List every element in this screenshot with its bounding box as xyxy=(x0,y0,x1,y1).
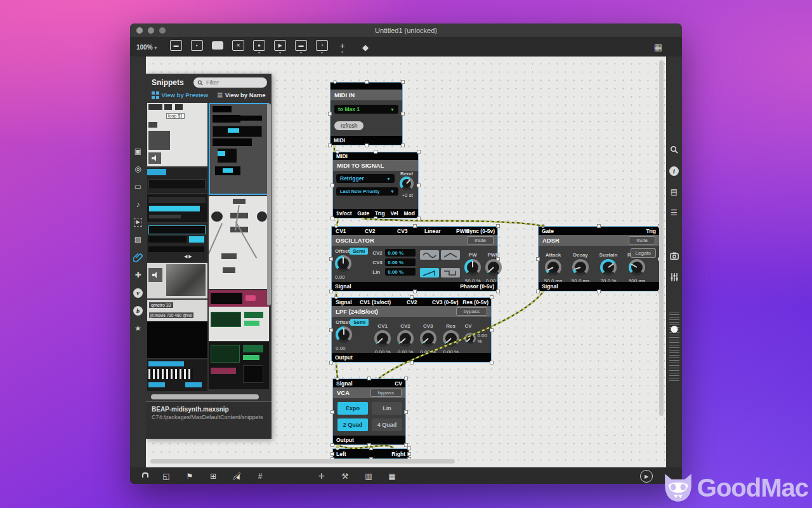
selection-handle[interactable] xyxy=(333,80,337,84)
piano-icon[interactable]: ▥ xyxy=(363,472,374,481)
add-object-icon[interactable]: +▾ xyxy=(337,41,348,53)
module-adsr[interactable]: Gate Trig ADSRmute Attack 50.0 ms Decay xyxy=(538,226,660,291)
selection-handle[interactable] xyxy=(407,452,411,456)
patcher-canvas[interactable]: Snippets View by Preview ☰View by Name xyxy=(146,57,666,467)
inspector-icon[interactable]: i xyxy=(669,166,679,176)
snapshot-icon[interactable] xyxy=(670,252,679,262)
priority-dropdown[interactable]: Last Note Priority▼ xyxy=(336,187,398,196)
mixer-icon[interactable] xyxy=(671,273,678,283)
selection-handle[interactable] xyxy=(413,290,417,293)
osc-cv2-numbox[interactable]: 0.00 % xyxy=(385,249,416,257)
selection-handle[interactable] xyxy=(328,112,332,116)
lpf-bypass-button[interactable]: bypass xyxy=(456,307,487,316)
pointer-select-icon[interactable]: ◱ xyxy=(161,472,171,481)
vca-expo-button[interactable]: Expo xyxy=(337,402,368,415)
selection-handle[interactable] xyxy=(374,150,377,154)
paint-bucket-icon[interactable]: ◆ xyxy=(362,43,369,52)
slider-icon[interactable]: ▬▾ xyxy=(295,40,307,54)
refresh-button[interactable]: refresh xyxy=(334,121,363,130)
selection-handle[interactable] xyxy=(334,224,338,228)
selection-handle[interactable] xyxy=(597,224,601,228)
module-oscillator[interactable]: CV1 CV2 CV3 Linear PWM Sync (0-5v) OSCIL… xyxy=(331,226,498,291)
reference-icon[interactable]: ▤ xyxy=(671,187,678,197)
snippet-thumbnail[interactable] xyxy=(147,359,207,391)
selection-handle[interactable] xyxy=(329,257,333,261)
audio-files-icon[interactable]: ♪ xyxy=(136,200,140,210)
selection-handle[interactable] xyxy=(336,446,339,450)
lpf-cv2-knob[interactable] xyxy=(397,330,414,347)
snippet-thumbnail[interactable] xyxy=(147,263,207,298)
legato-button[interactable]: Legato xyxy=(631,248,656,258)
selection-handle[interactable] xyxy=(490,328,494,332)
osc-mute-button[interactable]: mute xyxy=(467,236,494,244)
module-lpf[interactable]: Signal CV1 (1v/oct) CV2 CV3 (0-5v) Res (… xyxy=(331,297,492,363)
selection-handle[interactable] xyxy=(410,361,414,364)
osc-lin-numbox[interactable]: 0.00 % xyxy=(385,268,416,276)
selection-handle[interactable] xyxy=(407,446,411,450)
attack-knob[interactable] xyxy=(545,259,561,276)
vca-2quad-button[interactable]: 2 Quad xyxy=(337,418,368,431)
snippet-thumbnail[interactable] xyxy=(209,196,269,289)
plugins-icon[interactable]: ✚ xyxy=(134,271,141,280)
presentation-icon[interactable]: ⚑ xyxy=(185,472,195,481)
lpf-semi-toggle[interactable]: Semi xyxy=(350,319,369,326)
selection-handle[interactable] xyxy=(365,80,369,84)
selection-handle[interactable] xyxy=(331,217,334,220)
video-files-icon[interactable]: ▶ xyxy=(134,218,141,227)
layers-icon[interactable]: ⊞ xyxy=(208,472,218,481)
snippets-filter[interactable] xyxy=(193,77,267,88)
selection-handle[interactable] xyxy=(404,410,408,414)
lpf-cv-knob[interactable] xyxy=(464,333,476,344)
snippets-horizontal-scrollbar[interactable] xyxy=(151,394,259,399)
vizzie-icon[interactable]: v xyxy=(133,288,143,298)
wave-saw-button[interactable] xyxy=(420,268,439,277)
selection-handle[interactable] xyxy=(329,328,333,332)
selection-handle[interactable] xyxy=(367,377,371,380)
selection-handle[interactable] xyxy=(404,377,408,380)
module-stereo-out[interactable]: Left Right xyxy=(332,448,409,459)
gain-slider[interactable] xyxy=(667,312,682,383)
module-midi-in[interactable]: MIDI IN to Max 1▼ refresh MIDI xyxy=(330,82,403,145)
toggle-icon[interactable]: ✕ xyxy=(232,40,244,54)
selection-handle[interactable] xyxy=(374,217,377,220)
retrigger-dropdown[interactable]: Retrigger▼ xyxy=(336,174,395,183)
osc-offset-knob[interactable] xyxy=(335,255,351,272)
snippet-thumbnail[interactable]: loop $1 xyxy=(147,103,207,166)
dial-icon[interactable]: ◔▾ xyxy=(316,40,328,54)
selection-handle[interactable] xyxy=(401,80,405,84)
stepseq-icon[interactable]: ▦ xyxy=(387,472,397,481)
search-icon[interactable] xyxy=(670,145,678,155)
audio-status-icon[interactable]: ◎ xyxy=(134,164,141,174)
object-list-icon[interactable]: ▭ xyxy=(134,182,141,192)
wave-triangle-button[interactable] xyxy=(441,250,460,260)
package-icon[interactable]: ▣ xyxy=(134,147,141,156)
grid-icon[interactable]: # xyxy=(255,472,265,481)
selection-handle[interactable] xyxy=(597,290,601,293)
bend-knob[interactable] xyxy=(400,177,414,190)
selection-handle[interactable] xyxy=(401,144,405,147)
snippet-thumbnail[interactable]: qmetro 33 jit.movie 720 480 @vol xyxy=(147,300,207,358)
selection-handle[interactable] xyxy=(490,361,494,364)
snippet-thumbnail[interactable] xyxy=(209,342,269,389)
snippet-thumbnail[interactable] xyxy=(147,194,207,222)
release-knob[interactable] xyxy=(629,259,645,276)
decay-knob[interactable] xyxy=(572,259,589,276)
selection-handle[interactable] xyxy=(331,184,334,187)
view-by-preview-tab[interactable]: View by Preview xyxy=(152,91,208,99)
message-box-icon[interactable]: ▪ xyxy=(191,40,203,54)
probe-icon[interactable]: ✛ xyxy=(317,472,327,481)
selection-handle[interactable] xyxy=(365,144,369,147)
osc-pw-knob[interactable] xyxy=(464,259,481,276)
wrench-icon[interactable]: ⚒ xyxy=(340,472,350,481)
selection-handle[interactable] xyxy=(536,290,540,293)
comment-icon[interactable] xyxy=(212,41,223,53)
selection-handle[interactable] xyxy=(496,290,500,293)
lpf-cv1-knob[interactable] xyxy=(374,330,391,347)
snippets-icon[interactable] xyxy=(133,253,143,262)
snippet-thumbnail[interactable] xyxy=(147,168,207,193)
selection-handle[interactable] xyxy=(496,224,500,228)
selection-handle[interactable] xyxy=(410,295,414,299)
lpf-res-knob[interactable] xyxy=(443,330,459,347)
sustain-knob[interactable] xyxy=(600,259,617,276)
lpf-cv3-knob[interactable] xyxy=(420,330,436,347)
